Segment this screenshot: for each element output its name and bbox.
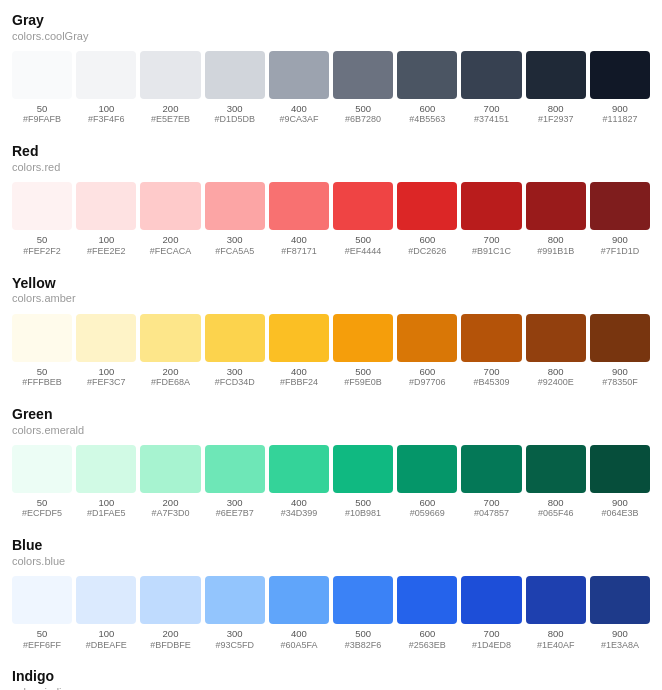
swatch-box-yellow-200 (140, 314, 200, 362)
swatch-item-red-200[interactable]: 200#FECACA (140, 182, 200, 256)
swatch-item-blue-500[interactable]: 500#3B82F6 (333, 576, 393, 650)
swatch-box-yellow-600 (397, 314, 457, 362)
section-subtitle-yellow: colors.amber (12, 291, 650, 305)
swatch-item-yellow-50[interactable]: 50#FFFBEB (12, 314, 72, 388)
swatch-item-gray-700[interactable]: 700#374151 (461, 51, 521, 125)
swatch-hex-blue-800: #1E40AF (537, 640, 575, 651)
swatch-item-gray-400[interactable]: 400#9CA3AF (269, 51, 329, 125)
swatch-number-gray-400: 400 (291, 103, 307, 114)
swatch-item-red-600[interactable]: 600#DC2626 (397, 182, 457, 256)
swatch-item-gray-50[interactable]: 50#F9FAFB (12, 51, 72, 125)
swatch-hex-red-300: #FCA5A5 (215, 246, 254, 257)
swatch-item-gray-500[interactable]: 500#6B7280 (333, 51, 393, 125)
swatch-number-blue-50: 50 (37, 628, 48, 639)
swatch-item-blue-600[interactable]: 600#2563EB (397, 576, 457, 650)
swatch-item-yellow-500[interactable]: 500#F59E0B (333, 314, 393, 388)
swatch-item-blue-300[interactable]: 300#93C5FD (205, 576, 265, 650)
swatch-item-green-400[interactable]: 400#34D399 (269, 445, 329, 519)
swatch-hex-gray-100: #F3F4F6 (88, 114, 125, 125)
swatch-item-blue-700[interactable]: 700#1D4ED8 (461, 576, 521, 650)
swatch-number-yellow-900: 900 (612, 366, 628, 377)
swatch-item-yellow-600[interactable]: 600#D97706 (397, 314, 457, 388)
swatch-item-red-300[interactable]: 300#FCA5A5 (205, 182, 265, 256)
swatch-item-yellow-900[interactable]: 900#78350F (590, 314, 650, 388)
swatch-number-red-400: 400 (291, 234, 307, 245)
swatch-box-yellow-500 (333, 314, 393, 362)
swatch-item-red-900[interactable]: 900#7F1D1D (590, 182, 650, 256)
swatch-box-gray-50 (12, 51, 72, 99)
swatch-box-blue-400 (269, 576, 329, 624)
swatch-item-blue-50[interactable]: 50#EFF6FF (12, 576, 72, 650)
swatches-row-red: 50#FEF2F2100#FEE2E2200#FECACA300#FCA5A54… (12, 182, 650, 256)
section-header-indigo: Indigocolors.indigo (12, 668, 650, 690)
swatch-number-green-600: 600 (419, 497, 435, 508)
swatch-item-green-100[interactable]: 100#D1FAE5 (76, 445, 136, 519)
swatch-number-gray-50: 50 (37, 103, 48, 114)
swatch-number-red-100: 100 (98, 234, 114, 245)
swatch-hex-gray-400: #9CA3AF (279, 114, 318, 125)
swatch-item-gray-200[interactable]: 200#E5E7EB (140, 51, 200, 125)
swatch-number-green-700: 700 (484, 497, 500, 508)
swatch-item-blue-800[interactable]: 800#1E40AF (526, 576, 586, 650)
swatch-box-red-100 (76, 182, 136, 230)
swatch-item-yellow-300[interactable]: 300#FCD34D (205, 314, 265, 388)
swatch-item-gray-300[interactable]: 300#D1D5DB (205, 51, 265, 125)
swatch-item-red-50[interactable]: 50#FEF2F2 (12, 182, 72, 256)
swatch-box-green-400 (269, 445, 329, 493)
swatch-item-green-500[interactable]: 500#10B981 (333, 445, 393, 519)
swatch-hex-red-900: #7F1D1D (601, 246, 640, 257)
swatch-item-blue-400[interactable]: 400#60A5FA (269, 576, 329, 650)
swatch-item-green-50[interactable]: 50#ECFDF5 (12, 445, 72, 519)
swatch-item-green-700[interactable]: 700#047857 (461, 445, 521, 519)
section-title-green: Green (12, 406, 650, 423)
swatch-hex-red-600: #DC2626 (408, 246, 446, 257)
swatch-item-blue-200[interactable]: 200#BFDBFE (140, 576, 200, 650)
swatch-item-blue-900[interactable]: 900#1E3A8A (590, 576, 650, 650)
swatch-hex-blue-50: #EFF6FF (23, 640, 61, 651)
swatch-number-yellow-400: 400 (291, 366, 307, 377)
swatch-item-green-600[interactable]: 600#059669 (397, 445, 457, 519)
swatch-number-blue-900: 900 (612, 628, 628, 639)
swatch-item-red-500[interactable]: 500#EF4444 (333, 182, 393, 256)
swatch-box-yellow-400 (269, 314, 329, 362)
swatch-item-red-700[interactable]: 700#B91C1C (461, 182, 521, 256)
swatch-item-yellow-200[interactable]: 200#FDE68A (140, 314, 200, 388)
color-section-blue: Bluecolors.blue50#EFF6FF100#DBEAFE200#BF… (12, 537, 650, 650)
swatch-number-gray-500: 500 (355, 103, 371, 114)
swatch-item-green-800[interactable]: 800#065F46 (526, 445, 586, 519)
swatch-item-yellow-400[interactable]: 400#FBBF24 (269, 314, 329, 388)
swatch-item-red-100[interactable]: 100#FEE2E2 (76, 182, 136, 256)
swatch-item-gray-900[interactable]: 900#111827 (590, 51, 650, 125)
swatch-number-red-500: 500 (355, 234, 371, 245)
swatch-hex-gray-300: #D1D5DB (214, 114, 255, 125)
swatch-hex-yellow-500: #F59E0B (344, 377, 382, 388)
swatch-item-red-800[interactable]: 800#991B1B (526, 182, 586, 256)
swatch-hex-green-500: #10B981 (345, 508, 381, 519)
swatch-item-yellow-100[interactable]: 100#FEF3C7 (76, 314, 136, 388)
swatch-number-blue-600: 600 (419, 628, 435, 639)
swatch-number-yellow-800: 800 (548, 366, 564, 377)
swatch-box-blue-700 (461, 576, 521, 624)
swatch-number-blue-700: 700 (484, 628, 500, 639)
swatch-item-gray-800[interactable]: 800#1F2937 (526, 51, 586, 125)
swatch-hex-blue-200: #BFDBFE (150, 640, 191, 651)
swatch-item-green-200[interactable]: 200#A7F3D0 (140, 445, 200, 519)
swatch-item-yellow-700[interactable]: 700#B45309 (461, 314, 521, 388)
swatch-box-red-900 (590, 182, 650, 230)
swatch-item-gray-600[interactable]: 600#4B5563 (397, 51, 457, 125)
swatch-number-blue-100: 100 (98, 628, 114, 639)
swatch-item-gray-100[interactable]: 100#F3F4F6 (76, 51, 136, 125)
swatch-hex-green-900: #064E3B (601, 508, 638, 519)
swatch-item-green-900[interactable]: 900#064E3B (590, 445, 650, 519)
color-palette-app: Graycolors.coolGray50#F9FAFB100#F3F4F620… (12, 12, 650, 690)
swatch-item-blue-100[interactable]: 100#DBEAFE (76, 576, 136, 650)
swatch-hex-red-700: #B91C1C (472, 246, 511, 257)
color-section-green: Greencolors.emerald50#ECFDF5100#D1FAE520… (12, 406, 650, 519)
section-title-indigo: Indigo (12, 668, 650, 685)
swatch-item-green-300[interactable]: 300#6EE7B7 (205, 445, 265, 519)
swatch-box-yellow-50 (12, 314, 72, 362)
swatch-item-red-400[interactable]: 400#F87171 (269, 182, 329, 256)
swatch-item-yellow-800[interactable]: 800#92400E (526, 314, 586, 388)
swatch-number-gray-700: 700 (484, 103, 500, 114)
swatch-number-gray-900: 900 (612, 103, 628, 114)
